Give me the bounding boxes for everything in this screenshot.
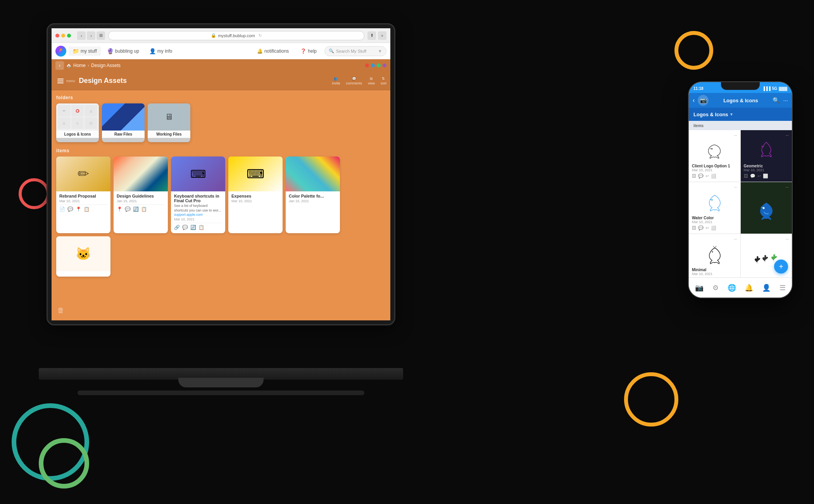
phone-screen: 11:18 ▐▐▐ 5G ▓▓▓ ‹ 📷 Logos & Icons 🔍 ··· [689, 82, 792, 298]
comment-action-icon[interactable]: 💬 [698, 225, 704, 230]
new-tab-button[interactable]: + [378, 31, 386, 40]
phone-item-geometric[interactable]: ··· Geometric Mar 10, 2021 🖼 💬 [741, 130, 792, 182]
geometric-bird-svg [757, 140, 776, 162]
photo-action-icon[interactable]: 🖼 [692, 225, 696, 230]
my-stuff-tab[interactable]: 📁 my stuff [69, 46, 101, 56]
phone-item-minimal[interactable]: ··· Minimal Mar 10, 2021 🖼 [689, 234, 740, 277]
reload-icon[interactable]: ↻ [259, 33, 262, 38]
phone-nav-profile-btn[interactable]: 👤 [762, 284, 771, 292]
phone-item-menu-4[interactable]: ··· [744, 185, 789, 189]
phone-search-icon[interactable]: 🔍 [773, 97, 780, 104]
comments-button[interactable]: 💬 comments [346, 77, 362, 85]
back-button[interactable]: ‹ [77, 31, 86, 40]
nav-right-area: 🔔 notifications ❓ help 🔍 Search My Stuff… [253, 46, 386, 56]
copy-action-icon[interactable]: 📋 [198, 225, 204, 230]
phone-notch [721, 82, 760, 90]
search-bar[interactable]: 🔍 Search My Stuff ▼ [324, 46, 386, 56]
copy-action-icon[interactable]: ⬜ [711, 225, 716, 230]
invite-label: invite [332, 81, 340, 85]
phone-nav-settings-btn[interactable]: ⚙ [712, 284, 719, 292]
item-keyboard-link[interactable]: support.apple.com [174, 213, 222, 217]
share-action-icon[interactable]: ↩ [705, 225, 709, 230]
item-cat[interactable]: 🐱 [56, 236, 110, 277]
comment-action-icon[interactable]: 💬 [698, 174, 704, 179]
tab-overview-button[interactable]: ⊞ [97, 31, 105, 40]
pin-blue-icon[interactable]: 📍 [117, 206, 122, 212]
phone-nav-globe-btn[interactable]: 🌐 [728, 284, 736, 292]
item-color-palette[interactable]: Color Palette fo... Jan 15, 2021 [286, 157, 340, 233]
item-keyboard-actions: 🔗 💬 🔄 📋 [174, 225, 222, 231]
home-icon: 🏠 [66, 63, 72, 68]
phone-nav-camera-btn[interactable]: 📷 [695, 284, 704, 292]
copy-action-icon[interactable]: 📋 [84, 206, 90, 212]
invite-button[interactable]: 👥 invite [332, 77, 340, 85]
link-action-icon[interactable]: 🔗 [174, 225, 180, 230]
phone-bottom-nav: 📷 ⚙ 🌐 🔔 👤 ☰ [689, 277, 792, 298]
page-title: Design Assets [79, 77, 127, 85]
phone-nav-menu-btn[interactable]: ☰ [780, 284, 786, 292]
comment-action-icon[interactable]: 💬 [182, 225, 188, 230]
breadcrumb-home[interactable]: 🏠 Home [66, 63, 86, 68]
trash-icon[interactable]: 🗑 [57, 306, 64, 315]
my-info-tab[interactable]: 👤 my info [145, 46, 176, 56]
home-label: Home [73, 63, 86, 68]
share-action-icon[interactable]: ↩ [705, 174, 709, 179]
phone-item-actions-2: 🖼 💬 ↩ ⬜ [744, 174, 789, 179]
pin-action-icon[interactable]: 📍 [76, 206, 81, 212]
item-keyboard-shortcuts[interactable]: ⌨ Keyboard shortcuts in Final Cut Pro Se… [171, 157, 225, 233]
share-button[interactable]: ⬆ [367, 31, 376, 40]
phone-nav-bell-btn[interactable]: 🔔 [745, 284, 753, 292]
close-window-btn[interactable] [55, 34, 59, 38]
share-action-icon[interactable]: 🔄 [190, 225, 196, 230]
photo-action-icon[interactable]: 🖼 [744, 174, 748, 179]
phone-item-menu-2[interactable]: ··· [744, 133, 789, 138]
phone-item-menu-6[interactable]: ··· [744, 237, 789, 241]
menu-button[interactable] [55, 77, 66, 85]
minimize-window-btn[interactable] [61, 34, 65, 38]
view-button[interactable]: ⊞ view [368, 77, 375, 85]
share-action-icon[interactable]: ↩ [757, 174, 761, 179]
phone-fab-button[interactable]: + [774, 260, 788, 274]
my-info-label: my info [157, 48, 172, 54]
notifications-button[interactable]: 🔔 notifications [253, 47, 293, 55]
copy-action-icon[interactable]: 📋 [141, 206, 147, 212]
share-action-icon[interactable]: 🔄 [133, 206, 139, 212]
phone-item-client-logo[interactable]: ··· Client Logo Option 1 Mar 10, 2021 🖼 [689, 130, 740, 182]
lock-icon: 🔒 [211, 33, 216, 38]
phone-item-blue-bird[interactable]: ··· [741, 182, 792, 234]
folder-working-files[interactable]: 🖥 Working Files [148, 103, 190, 142]
comment-action-icon[interactable]: 💬 [67, 206, 73, 212]
phone-item-water-color[interactable]: ··· Water Color Mar 10, 2021 🖼 💬 [689, 182, 740, 234]
file-action-icon[interactable]: 📄 [59, 206, 65, 212]
phone-item-menu-5[interactable]: ··· [692, 237, 737, 241]
address-bar[interactable]: 🔒 mystuff.bublup.com ↻ [108, 31, 364, 40]
svg-point-6 [763, 207, 765, 209]
sort-icon: ⇅ [382, 77, 385, 81]
folder-raw-files[interactable]: Raw Files [102, 103, 145, 142]
photo-action-icon[interactable]: 🖼 [692, 174, 696, 179]
phone-more-icon[interactable]: ··· [783, 97, 788, 104]
maximize-window-btn[interactable] [67, 34, 71, 38]
plus-icon: + [779, 262, 783, 271]
sketch-cell: ◇ [58, 117, 71, 129]
item-design-guidelines[interactable]: Design Guidelines Jan 15, 2021 📍 💬 🔄 📋 [114, 157, 168, 233]
item-expenses[interactable]: ⌨ Expenses Mar 10, 2021 [228, 157, 283, 233]
breadcrumb-back-button[interactable]: ‹ [55, 61, 64, 70]
comment-action-icon[interactable]: 💬 [125, 206, 131, 212]
forward-button[interactable]: › [87, 31, 95, 40]
copy-action-icon[interactable]: ⬜ [763, 174, 768, 179]
help-button[interactable]: ❓ help [297, 47, 321, 55]
phone-item-menu-1[interactable]: ··· [692, 133, 737, 138]
item-expenses-date: Mar 10, 2021 [231, 199, 279, 203]
copy-action-icon[interactable]: ⬜ [711, 174, 716, 179]
sort-button[interactable]: ⇅ sort [381, 77, 386, 85]
phone-item-menu-3[interactable]: ··· [692, 185, 737, 189]
bubbling-up-tab[interactable]: 🔮 bubbling up [103, 46, 143, 56]
item-keyboard-title: Keyboard shortcuts in Final Cut Pro [174, 194, 222, 203]
sketch-cell: ⭕ [71, 105, 84, 117]
folder-logos-icons[interactable]: ✏ ⭕ △ ◇ ☆ ⬡ Logos & Icons [56, 103, 99, 142]
comment-action-icon[interactable]: 💬 [750, 174, 755, 179]
phone-back-button[interactable]: ‹ [693, 97, 695, 104]
phone-folder-header: Logos & Icons ▾ [689, 108, 792, 121]
item-rebrand-proposal[interactable]: ✏ Rebrand Proposal Mar 10, 2021 📄 💬 📍 📋 [56, 157, 110, 233]
